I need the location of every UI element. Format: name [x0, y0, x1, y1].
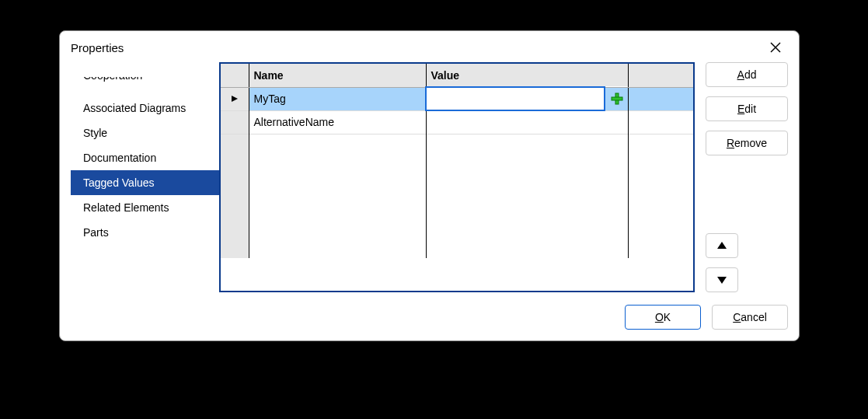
current-row-indicator-icon [231, 93, 239, 105]
close-button[interactable] [763, 38, 788, 57]
column-header-value[interactable]: Value [426, 64, 628, 87]
remove-button[interactable]: Remove [706, 131, 788, 155]
cell-name[interactable]: AlternativeName [249, 110, 426, 134]
move-up-button[interactable] [706, 233, 738, 258]
cell-value-picker[interactable] [605, 87, 628, 110]
sidebar-item-label: Cooperation [83, 77, 142, 82]
side-button-bar: Add Edit Remove [699, 62, 788, 292]
sidebar-item-tagged-values[interactable]: Tagged Values [71, 170, 219, 195]
svg-marker-5 [717, 242, 727, 249]
dialog-footer: OK Cancel [60, 299, 799, 340]
cell-value[interactable] [426, 87, 605, 110]
grid-corner [221, 64, 249, 87]
sidebar-item-label: Parts [83, 226, 109, 239]
cell-blank [628, 110, 693, 134]
grid-empty-area [221, 134, 693, 258]
table-row[interactable]: MyTag [221, 87, 693, 110]
sidebar-item-label: Style [83, 127, 107, 139]
cancel-button[interactable]: Cancel [712, 305, 788, 330]
cell-name[interactable]: MyTag [249, 87, 426, 110]
sidebar-item-label: Tagged Values [83, 176, 155, 189]
svg-rect-4 [612, 97, 622, 100]
close-icon [769, 41, 782, 54]
arrow-down-icon [716, 274, 727, 285]
sidebar-item-cooperation[interactable]: Cooperation [71, 77, 219, 96]
add-button[interactable]: Add [706, 62, 788, 87]
sidebar-item-label: Related Elements [83, 201, 169, 214]
cell-value[interactable] [426, 110, 628, 134]
sidebar: Cooperation Associated Diagrams Style Do… [60, 62, 219, 292]
ok-button[interactable]: OK [625, 305, 701, 330]
column-header-blank [628, 64, 693, 87]
svg-marker-6 [717, 277, 727, 284]
column-header-name[interactable]: Name [249, 64, 426, 87]
plus-icon [610, 92, 623, 106]
cell-blank [628, 87, 693, 110]
move-down-button[interactable] [706, 267, 738, 292]
add-label-rest: dd [744, 68, 757, 81]
sidebar-item-associated-diagrams[interactable]: Associated Diagrams [71, 96, 219, 120]
dialog-title: Properties [71, 41, 124, 54]
edit-label-rest: dit [744, 103, 756, 115]
tagged-values-grid: Name Value MyTag [219, 62, 695, 292]
sidebar-item-label: Associated Diagrams [83, 102, 186, 114]
sidebar-item-label: Documentation [83, 152, 156, 164]
sidebar-item-documentation[interactable]: Documentation [71, 145, 219, 170]
sidebar-item-parts[interactable]: Parts [71, 220, 219, 245]
sidebar-item-related-elements[interactable]: Related Elements [71, 195, 219, 220]
svg-marker-2 [232, 96, 238, 102]
table-row[interactable]: AlternativeName [221, 110, 693, 134]
sidebar-item-style[interactable]: Style [71, 120, 219, 145]
remove-label-rest: emove [734, 137, 767, 149]
titlebar: Properties [60, 31, 799, 62]
cancel-label-rest: ancel [741, 311, 766, 323]
edit-button[interactable]: Edit [706, 96, 788, 121]
arrow-up-icon [716, 240, 727, 251]
properties-dialog: Properties Cooperation Associated Diagra… [59, 30, 800, 341]
ok-label-rest: K [664, 311, 671, 323]
